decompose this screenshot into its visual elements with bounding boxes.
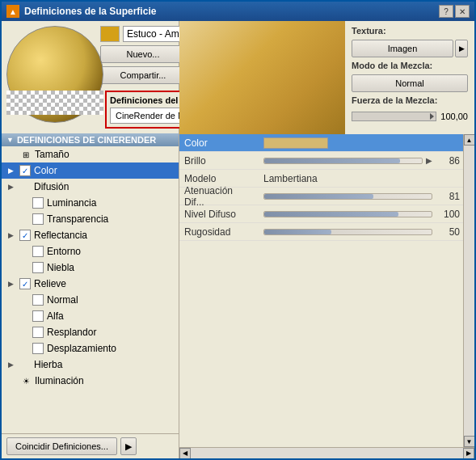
tree-item-entorno[interactable]: Entorno xyxy=(2,243,179,260)
tree-item-relieve[interactable]: ▶✓Relieve xyxy=(2,276,179,292)
checkbox-entorno[interactable] xyxy=(32,246,44,257)
param-value: 100 xyxy=(260,209,463,220)
param-number: 86 xyxy=(436,155,460,167)
title-bar: ▲ Definiciones de la Superficie ? ✕ xyxy=(2,2,474,21)
scroll-right-button[interactable]: ▶ xyxy=(463,448,474,459)
material-color-icon xyxy=(100,26,120,42)
tree-item-luminancia[interactable]: Luminancia xyxy=(2,195,179,211)
params-table: ColorBrillo ▶86ModeloLambertianaAtenuaci… xyxy=(179,134,463,447)
tree-item-tamano[interactable]: ⊞Tamaño xyxy=(2,146,179,162)
bottom-arrow-button[interactable]: ▶ xyxy=(120,437,137,455)
strength-slider-row: 100,00 xyxy=(352,109,468,124)
tree-item-label-alfa: Alfa xyxy=(47,310,64,322)
checkbox-transparencia[interactable] xyxy=(32,213,44,225)
slider-fill xyxy=(264,230,331,234)
expand-icon[interactable]: ▶ xyxy=(8,231,19,239)
expand-icon[interactable]: ▶ xyxy=(8,361,19,369)
param-name: Brillo xyxy=(179,155,260,167)
tree-item-label-transparencia: Transparencia xyxy=(47,213,108,225)
blend-mode-label: Modo de la Mezcla: xyxy=(352,61,468,70)
strength-handle xyxy=(430,113,434,120)
close-button[interactable]: ✕ xyxy=(455,5,470,18)
scroll-left-button[interactable]: ◀ xyxy=(179,448,191,459)
expand-icon[interactable]: ▶ xyxy=(8,280,19,288)
param-name: Rugosidad xyxy=(179,226,260,238)
grid-icon: ⊞ xyxy=(19,148,32,161)
param-row-nivel-difuso[interactable]: Nivel Difuso 100 xyxy=(179,205,463,223)
param-value: 50 xyxy=(260,226,463,238)
checkbox-alfa[interactable] xyxy=(32,310,44,322)
preview-checkered xyxy=(6,91,103,115)
checkbox-reflectancia[interactable]: ✓ xyxy=(19,230,31,241)
window-icon: ▲ xyxy=(6,5,19,18)
param-value: Lambertiana xyxy=(260,173,463,184)
tree-list[interactable]: ⊞Tamaño▶✓Color▶Difusión Luminancia Trans… xyxy=(2,146,179,433)
checkbox-color[interactable]: ✓ xyxy=(19,165,31,176)
sun-icon: ☀ xyxy=(19,374,32,387)
blend-mode-button[interactable]: Normal xyxy=(352,74,468,92)
checkbox-luminancia[interactable] xyxy=(32,197,44,209)
tree-item-reflectancia[interactable]: ▶✓Reflectancia xyxy=(2,227,179,243)
imagen-arrow-button[interactable]: ▶ xyxy=(455,40,468,57)
param-number: 81 xyxy=(436,191,460,202)
material-preview xyxy=(6,26,95,115)
tree-item-transparencia[interactable]: Transparencia xyxy=(2,211,179,227)
checkbox-resplandor[interactable] xyxy=(32,327,44,338)
coincidir-button[interactable]: Coincidir Definiciones... xyxy=(6,437,117,455)
section-expand-icon: ▼ xyxy=(6,136,14,144)
scroll-down-button[interactable]: ▼ xyxy=(464,436,475,447)
title-bar-buttons: ? ✕ xyxy=(439,5,470,18)
checkbox-niebla[interactable] xyxy=(32,262,44,273)
tree-item-label-iluminacion: Iluminación xyxy=(35,375,84,386)
param-row-color[interactable]: Color xyxy=(179,134,463,152)
strength-value: 100,00 xyxy=(440,112,468,121)
checkbox-desplazamiento[interactable] xyxy=(32,343,44,354)
checkbox-relieve[interactable]: ✓ xyxy=(19,278,31,289)
params-table-area: ColorBrillo ▶86ModeloLambertianaAtenuaci… xyxy=(179,134,474,447)
slider-bar[interactable] xyxy=(263,193,432,200)
tree-item-label-niebla: Niebla xyxy=(47,262,74,273)
imagen-button[interactable]: Imagen xyxy=(352,40,453,57)
scroll-h-track[interactable] xyxy=(191,448,463,459)
tree-item-normal[interactable]: Normal xyxy=(2,292,179,308)
slider-bar[interactable] xyxy=(263,229,432,235)
tree-item-resplandor[interactable]: Resplandor xyxy=(2,324,179,340)
param-row-brillo[interactable]: Brillo ▶86 xyxy=(179,152,463,170)
slider-bar[interactable] xyxy=(263,158,423,164)
tree-item-niebla[interactable]: Niebla xyxy=(2,260,179,276)
top-section: Textura: Imagen ▶ Modo de la Mezcla: Nor… xyxy=(179,21,474,134)
color-swatch[interactable] xyxy=(263,137,328,149)
param-name: Color xyxy=(179,137,260,149)
slider-fill xyxy=(264,194,373,199)
tree-item-color[interactable]: ▶✓Color xyxy=(2,162,179,179)
strength-slider[interactable] xyxy=(352,112,436,121)
param-text: Lambertiana xyxy=(263,173,318,184)
right-panel: Textura: Imagen ▶ Modo de la Mezcla: Nor… xyxy=(179,21,474,458)
title-bar-left: ▲ Definiciones de la Superficie xyxy=(6,5,156,18)
tree-item-iluminacion[interactable]: ☀Iluminación xyxy=(2,373,179,389)
scroll-track[interactable] xyxy=(464,146,475,436)
tree-item-desplazamiento[interactable]: Desplazamiento xyxy=(2,340,179,357)
param-number: 50 xyxy=(436,226,460,238)
checkbox-normal[interactable] xyxy=(32,294,44,306)
scroll-up-button[interactable]: ▲ xyxy=(464,134,475,146)
param-row-rugosidad[interactable]: Rugosidad 50 xyxy=(179,223,463,241)
help-button[interactable]: ? xyxy=(439,5,453,18)
left-panel: ▼ Nuevo... Renombrar... Compartir... Bor… xyxy=(2,21,179,458)
tree-item-alfa[interactable]: Alfa xyxy=(2,308,179,324)
param-name: Modelo xyxy=(179,173,260,184)
tree-item-label-tamano: Tamaño xyxy=(35,149,70,160)
horizontal-scrollbar[interactable]: ◀ ▶ xyxy=(179,447,474,458)
tree-item-hierba[interactable]: ▶Hierba xyxy=(2,357,179,373)
expand-icon[interactable]: ▶ xyxy=(8,167,19,175)
compartir-button[interactable]: Compartir... xyxy=(100,66,186,84)
nuevo-button[interactable]: Nuevo... xyxy=(100,45,186,63)
vertical-scrollbar[interactable]: ▲ ▼ xyxy=(463,134,474,447)
cinerender-section-title: DEFINICIONES DE CINERENDER xyxy=(17,135,156,145)
tree-item-label-resplandor: Resplandor xyxy=(47,327,96,338)
tree-item-difusion[interactable]: ▶Difusión xyxy=(2,179,179,195)
slider-bar[interactable] xyxy=(263,211,432,217)
param-row-atenuación-dif...[interactable]: Atenuación Dif... 81 xyxy=(179,188,463,205)
tree-item-label-hierba: Hierba xyxy=(34,359,62,370)
expand-icon[interactable]: ▶ xyxy=(8,183,19,191)
